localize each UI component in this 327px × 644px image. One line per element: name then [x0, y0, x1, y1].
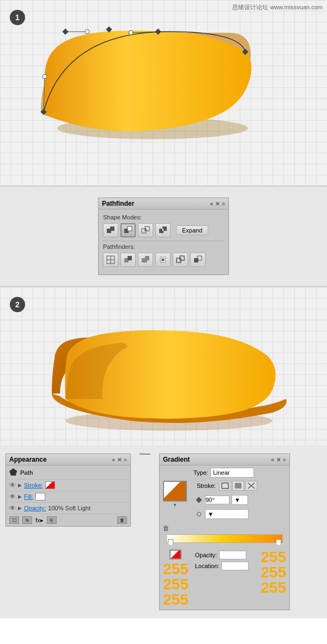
appearance-title: Appearance: [9, 456, 47, 463]
stroke-row: 👁 ▶ Stroke:: [6, 480, 130, 491]
circle-icon: [197, 512, 201, 516]
svg-rect-18: [145, 229, 146, 231]
gradient-collapse-icon[interactable]: «: [271, 457, 275, 463]
step-badge-1: 1: [10, 10, 25, 25]
arrow-opacity[interactable]: ▶: [18, 505, 22, 511]
opacity-location-group: Opacity: Location:: [192, 550, 258, 571]
type-dropdown[interactable]: Linear Radial: [210, 468, 254, 478]
appearance-footer: ☐ fx fx▸ ⎘ 🗑: [6, 514, 130, 526]
svg-point-7: [43, 74, 47, 79]
stroke-label-g: Stroke:: [197, 482, 216, 489]
svg-rect-36: [222, 483, 228, 488]
trim-btn[interactable]: [120, 253, 136, 267]
r-value-left: 255: [163, 562, 189, 577]
pathfinder-title: Pathfinder: [102, 200, 134, 207]
gradient-stop-left[interactable]: [168, 539, 173, 546]
angle-dropdown[interactable]: ▼: [232, 495, 248, 505]
stroke-label: Stroke:: [24, 482, 43, 488]
eye-stroke[interactable]: 👁: [9, 481, 16, 489]
pathfinders-row: [103, 253, 224, 267]
stroke-btn-1[interactable]: [219, 481, 231, 491]
appearance-menu-icon[interactable]: ≡: [124, 457, 127, 463]
color-swatch-gradient[interactable]: [169, 550, 181, 559]
appearance-titlebar: Appearance « ✕ ≡: [6, 454, 130, 466]
effect-icon[interactable]: fx▸: [35, 517, 44, 524]
arrow-stroke[interactable]: ▶: [18, 482, 22, 488]
svg-rect-26: [128, 256, 132, 260]
svg-rect-15: [128, 226, 132, 231]
section-1-canvas: 1: [0, 0, 327, 186]
gradient-type-row: ▼ Type: Linear Radial Stroke:: [160, 466, 289, 522]
expand-button[interactable]: Expand: [176, 225, 208, 235]
gradient-slider-container: 🗑: [160, 522, 289, 547]
eye-fill[interactable]: 👁: [9, 493, 16, 500]
panel-menu-icon[interactable]: ≡: [222, 201, 225, 207]
delete-stop-icon[interactable]: 🗑: [163, 524, 169, 532]
opacity-input[interactable]: [219, 551, 246, 559]
gradient-close-icon[interactable]: ✕: [276, 457, 281, 463]
svg-rect-34: [194, 258, 198, 263]
gradient-stop-right[interactable]: [276, 539, 281, 546]
new-layer-icon[interactable]: ☐: [9, 516, 19, 524]
fill-row: 👁 ▶ Fill:: [6, 491, 130, 503]
location-label: Location:: [195, 563, 220, 569]
svg-rect-30: [162, 259, 164, 261]
appearance-controls[interactable]: « ✕ ≡: [112, 457, 127, 463]
bottom-panels-area: Appearance « ✕ ≡ ⬟ Path 👁 ▶ Stroke: 👁 ▶ …: [0, 445, 327, 618]
gradient-menu-icon[interactable]: ≡: [283, 457, 286, 463]
svg-rect-13: [110, 226, 114, 231]
minus-front-btn[interactable]: [120, 223, 136, 237]
color-left-group: 255 255 255: [163, 550, 189, 607]
pathfinders-label: Pathfinders:: [103, 243, 224, 250]
exclude-btn[interactable]: [155, 223, 171, 237]
stroke-btn-3[interactable]: [245, 481, 257, 491]
shape-1-svg: [0, 0, 272, 164]
path-row: ⬟ Path: [6, 466, 130, 480]
gradient-title: Gradient: [163, 456, 190, 463]
r-value-right: 255: [261, 550, 286, 565]
crop-btn[interactable]: [155, 253, 171, 267]
step-badge-2: 2: [10, 297, 25, 312]
shape-2-svg: [22, 303, 305, 440]
panel-collapse-icon[interactable]: «: [210, 201, 214, 207]
svg-point-9: [85, 29, 89, 34]
outline-btn[interactable]: [173, 253, 188, 267]
intersect-btn[interactable]: [138, 223, 153, 237]
gradient-panel: Gradient « ✕ ≡ ▼ Type: Linear Radi: [159, 454, 290, 610]
minus-back-btn[interactable]: [190, 253, 205, 267]
pathfinder-panel: Pathfinder « ✕ ≡ Shape Modes:: [98, 198, 229, 275]
divider: [103, 241, 224, 241]
copy-icon[interactable]: ⎘: [47, 516, 57, 524]
location-input-row: Location:: [192, 560, 258, 571]
b-value-left: 255: [163, 592, 189, 607]
stroke-color-swatch[interactable]: [45, 481, 55, 489]
type-label: Type:: [193, 469, 208, 476]
merge-btn[interactable]: [138, 253, 153, 267]
gradient-preview-swatch[interactable]: [163, 481, 187, 502]
panel-controls[interactable]: « ✕ ≡: [210, 201, 225, 207]
appearance-panel: Appearance « ✕ ≡ ⬟ Path 👁 ▶ Stroke: 👁 ▶ …: [5, 454, 131, 527]
properties-icon[interactable]: fx: [22, 516, 32, 524]
pathfinder-content: Shape Modes:: [99, 210, 228, 275]
aspect-dropdown[interactable]: ▼: [205, 509, 249, 519]
appearance-close-icon[interactable]: ✕: [117, 457, 122, 463]
gradient-slider[interactable]: [166, 534, 283, 543]
angle-input[interactable]: [205, 496, 229, 504]
appearance-collapse-icon[interactable]: «: [112, 457, 116, 463]
fill-label: Fill:: [24, 493, 33, 500]
delete-icon[interactable]: 🗑: [117, 516, 127, 524]
unite-btn[interactable]: [103, 223, 118, 237]
svg-rect-21: [162, 229, 164, 231]
location-input[interactable]: [221, 562, 249, 570]
gradient-controls[interactable]: « ✕ ≡: [271, 457, 286, 463]
divide-btn[interactable]: [103, 253, 118, 267]
stroke-btn-2[interactable]: [232, 481, 244, 491]
panel-close-icon[interactable]: ✕: [215, 201, 220, 207]
gradient-titlebar: Gradient « ✕ ≡: [160, 454, 289, 466]
watermark-text: 思绪设计论坛 www.missvuan.com: [232, 3, 323, 11]
opacity-label-g: Opacity:: [195, 552, 217, 558]
aspect-row: ▼: [193, 508, 286, 520]
eye-opacity[interactable]: 👁: [9, 504, 16, 512]
arrow-fill[interactable]: ▶: [18, 494, 22, 499]
fill-color-swatch[interactable]: [35, 493, 45, 500]
